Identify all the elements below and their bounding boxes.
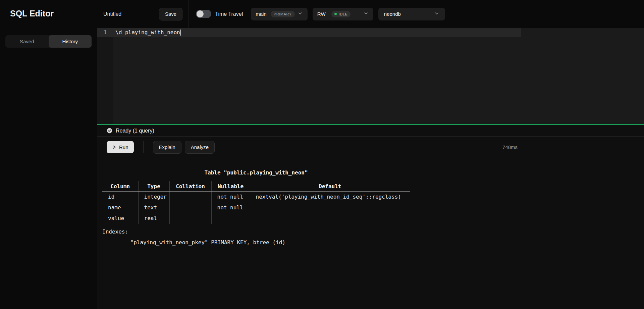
cell: text — [138, 202, 169, 213]
cell: integer — [138, 192, 169, 202]
results-table: Column Type Collation Nullable Default i… — [102, 181, 410, 224]
column-header: Type — [138, 181, 169, 192]
time-travel-label: Time Travel — [215, 11, 243, 17]
column-header: Column — [102, 181, 138, 192]
actions-divider — [143, 141, 144, 153]
results-table-title: Table "public.playing_with_neon" — [102, 169, 410, 176]
cell: id — [102, 192, 138, 202]
status-dot-icon — [334, 13, 337, 15]
query-results: Table "public.playing_with_neon" Column … — [97, 158, 644, 309]
primary-badge: PRIMARY — [271, 11, 295, 17]
time-travel-toggle[interactable] — [196, 10, 211, 18]
chevron-down-icon — [298, 11, 303, 17]
cell: not null — [211, 202, 250, 213]
table-row: id integer not null nextval('playing_wit… — [102, 192, 410, 202]
cell: real — [138, 213, 169, 224]
sql-editor-app: SQL Editor Saved History Untitled Save T… — [0, 0, 644, 309]
query-duration: 748ms — [502, 144, 518, 150]
idle-status-badge: IDLE — [331, 11, 351, 17]
chevron-down-icon — [434, 11, 439, 17]
actions-bar: Run Explain Analyze 748ms — [97, 137, 644, 158]
tab-saved[interactable]: Saved — [5, 35, 49, 48]
run-button[interactable]: Run — [107, 141, 134, 153]
cell: not null — [211, 192, 250, 202]
branch-select[interactable]: main PRIMARY — [251, 8, 308, 20]
compute-name: RW — [317, 11, 326, 17]
main-panel: Untitled Save Time Travel main PRIMARY R… — [97, 0, 644, 309]
sql-code-editor[interactable]: 1 \d playing_with_neon — [97, 28, 644, 124]
saved-history-tabs: Saved History — [5, 35, 92, 48]
table-row: name text not null — [102, 202, 410, 213]
database-name: neondb — [384, 11, 401, 17]
run-button-label: Run — [119, 144, 128, 150]
cell: value — [102, 213, 138, 224]
text-caret — [180, 30, 181, 36]
tab-history[interactable]: History — [49, 35, 92, 48]
cell — [250, 202, 410, 213]
cell: nextval('playing_with_neon_id_seq'::regc… — [250, 192, 410, 202]
status-bar: Ready (1 query) — [97, 125, 644, 137]
cell — [169, 213, 211, 224]
topbar: Untitled Save Time Travel main PRIMARY R… — [97, 0, 644, 28]
editor-active-line: 1 \d playing_with_neon — [97, 28, 521, 37]
compute-status: IDLE — [339, 12, 348, 16]
table-row: value real — [102, 213, 410, 224]
cell — [169, 202, 211, 213]
sidebar: SQL Editor Saved History — [0, 0, 97, 309]
analyze-button[interactable]: Analyze — [185, 141, 215, 154]
save-button[interactable]: Save — [159, 8, 182, 20]
ready-check-icon — [107, 128, 112, 134]
sql-query-text: \d playing_with_neon — [113, 29, 180, 36]
chevron-down-icon — [363, 11, 369, 17]
page-title: SQL Editor — [0, 0, 97, 18]
indexes-label: Indexes: — [102, 228, 644, 235]
status-text: Ready (1 query) — [116, 128, 154, 134]
cell — [211, 213, 250, 224]
cell — [169, 192, 211, 202]
branch-name: main — [256, 11, 267, 17]
database-select[interactable]: neondb — [378, 8, 445, 20]
cell — [250, 213, 410, 224]
results-header-row: Column Type Collation Nullable Default — [102, 181, 410, 192]
topbar-divider — [188, 0, 189, 28]
column-header: Collation — [169, 181, 211, 192]
column-header: Default — [250, 181, 410, 192]
toggle-knob — [197, 10, 204, 17]
play-icon — [112, 145, 116, 149]
cell: name — [102, 202, 138, 213]
explain-button[interactable]: Explain — [153, 141, 181, 154]
line-number: 1 — [97, 29, 113, 36]
query-title[interactable]: Untitled — [103, 11, 159, 17]
editor-gutter — [97, 28, 113, 124]
column-header: Nullable — [211, 181, 250, 192]
compute-select[interactable]: RW IDLE — [313, 8, 373, 20]
index-entry: "playing_with_neon_pkey" PRIMARY KEY, bt… — [102, 239, 644, 246]
